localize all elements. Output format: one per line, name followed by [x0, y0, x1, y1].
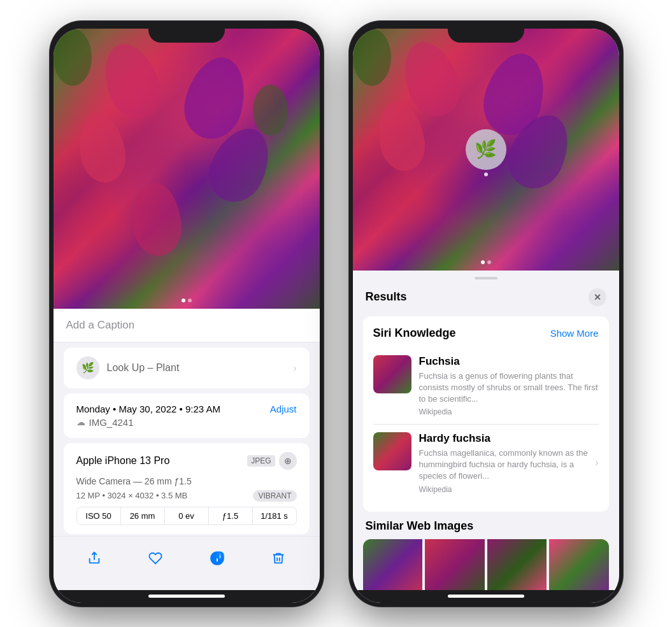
- fuchsia-description: Fuchsia is a genus of flowering plants t…: [419, 370, 599, 405]
- close-icon: ✕: [594, 292, 601, 302]
- siri-knowledge-header: Siri Knowledge Show More: [373, 327, 599, 340]
- hardy-fuchsia-source: Wikipedia: [419, 485, 599, 494]
- bottom-toolbar: i i: [54, 536, 320, 590]
- right-dot-2: [487, 260, 491, 264]
- siri-knowledge-title: Siri Knowledge: [373, 327, 456, 340]
- exif-shutter: 1/181 s: [253, 507, 296, 525]
- info-section: Add a Caption 🌿 Look Up – Plant › Monday…: [54, 309, 320, 536]
- similar-images-title: Similar Web Images: [363, 519, 609, 533]
- results-handle[interactable]: [353, 271, 619, 286]
- info-icon: i i: [209, 550, 225, 567]
- caption-placeholder[interactable]: Add a Caption: [66, 319, 135, 331]
- left-phone-screen: Add a Caption 🌿 Look Up – Plant › Monday…: [54, 29, 320, 603]
- right-dot-1: [481, 260, 485, 264]
- hardy-fuchsia-name: Hardy fuchsia: [419, 432, 599, 445]
- right-home-bar: [448, 595, 524, 598]
- style-badge: VIBRANT: [253, 490, 296, 502]
- exif-ev: 0 ev: [165, 507, 209, 525]
- format-badges: JPEG ⊕: [247, 452, 296, 470]
- dot-1: [182, 299, 185, 302]
- hardy-fuchsia-thumbnail: [373, 432, 411, 470]
- device-section: Apple iPhone 13 Pro JPEG ⊕ Wide Camera —…: [64, 443, 310, 534]
- fuchsia-source: Wikipedia: [419, 407, 599, 416]
- exif-aperture: ƒ1.5: [209, 507, 253, 525]
- fuchsia-thumbnail: [373, 355, 411, 393]
- exif-iso: ISO 50: [77, 507, 121, 525]
- favorite-button[interactable]: [141, 544, 169, 572]
- results-panel: Results ✕ Siri Knowledge Show More Fuchs…: [353, 271, 619, 590]
- lookup-row[interactable]: 🌿 Look Up – Plant ›: [64, 348, 310, 388]
- exif-row: ISO 50 26 mm 0 ev ƒ1.5 1/181 s: [76, 507, 297, 525]
- results-title: Results: [366, 290, 407, 304]
- lookup-icon: 🌿: [76, 356, 99, 379]
- meta-section: Monday • May 30, 2022 • 9:23 AM Adjust ☁…: [64, 393, 310, 438]
- heart-icon: [148, 551, 162, 565]
- right-phone: 🌿 Results ✕ Siri Knowledge: [349, 21, 623, 607]
- cloud-icon: ☁: [76, 417, 85, 427]
- visual-lookup-dot: [484, 173, 488, 176]
- meta-date: Monday • May 30, 2022 • 9:23 AM: [76, 404, 220, 414]
- siri-knowledge-section: Siri Knowledge Show More Fuchsia Fuchsia…: [363, 316, 609, 512]
- info-button[interactable]: i i: [203, 544, 231, 572]
- meta-filename-row: ☁ IMG_4241: [76, 417, 297, 428]
- device-row: Apple iPhone 13 Pro JPEG ⊕: [76, 452, 297, 470]
- svg-text:i: i: [219, 553, 220, 560]
- photo-dots: [182, 299, 192, 302]
- lookup-chevron-icon: ›: [294, 363, 297, 373]
- dot-2: [188, 299, 192, 302]
- similar-images-section: Similar Web Images: [363, 519, 609, 590]
- handle-bar: [475, 277, 497, 279]
- device-name: Apple iPhone 13 Pro: [76, 455, 170, 467]
- share-button[interactable]: [80, 544, 108, 572]
- similar-image-4[interactable]: [549, 539, 609, 590]
- hardy-fuchsia-chevron-icon: ›: [595, 457, 598, 468]
- knowledge-item-hardy-fuchsia[interactable]: Hardy fuchsia Fuchsia magellanica, commo…: [373, 425, 599, 502]
- left-phone: Add a Caption 🌿 Look Up – Plant › Monday…: [50, 21, 324, 607]
- fuchsia-name: Fuchsia: [419, 355, 599, 368]
- home-bar: [148, 595, 225, 598]
- right-phone-screen: 🌿 Results ✕ Siri Knowledge: [353, 29, 619, 603]
- results-close-button[interactable]: ✕: [589, 288, 606, 306]
- knowledge-item-fuchsia[interactable]: Fuchsia Fuchsia is a genus of flowering …: [373, 348, 599, 425]
- meta-date-row: Monday • May 30, 2022 • 9:23 AM Adjust: [76, 404, 297, 414]
- right-phone-notch: [448, 21, 524, 43]
- phone-notch: [148, 21, 225, 43]
- photo-image[interactable]: [54, 29, 320, 309]
- exif-focal: 26 mm: [121, 507, 165, 525]
- format-badge: JPEG: [247, 455, 275, 467]
- results-header: Results ✕: [353, 286, 619, 316]
- meta-filename: IMG_4241: [89, 417, 134, 428]
- hardy-fuchsia-content: Hardy fuchsia Fuchsia magellanica, commo…: [419, 432, 599, 494]
- location-icon: ⊕: [279, 452, 297, 470]
- adjust-button[interactable]: Adjust: [270, 404, 297, 414]
- similar-image-3[interactable]: [487, 539, 547, 590]
- similar-images-grid: [363, 539, 609, 590]
- delete-button[interactable]: [264, 544, 292, 572]
- right-home-indicator: [353, 590, 619, 603]
- show-more-button[interactable]: Show More: [550, 328, 599, 339]
- right-photo-image[interactable]: 🌿: [353, 29, 619, 271]
- visual-lookup-button[interactable]: 🌿: [466, 129, 506, 170]
- similar-image-2[interactable]: [425, 539, 485, 590]
- home-indicator: [54, 590, 320, 603]
- share-icon: [87, 551, 101, 565]
- tech-specs-row: 12 MP • 3024 × 4032 • 3.5 MB VIBRANT: [76, 490, 297, 502]
- fuchsia-chevron-icon: ›: [595, 380, 598, 391]
- resolution-text: 12 MP • 3024 × 4032 • 3.5 MB: [76, 491, 188, 500]
- trash-icon: [271, 551, 285, 565]
- caption-area[interactable]: Add a Caption: [54, 309, 320, 342]
- camera-specs: Wide Camera — 26 mm ƒ1.5: [76, 476, 297, 486]
- lookup-text: Look Up – Plant: [107, 362, 180, 374]
- hardy-fuchsia-description: Fuchsia magellanica, commonly known as t…: [419, 447, 599, 483]
- similar-image-1[interactable]: [363, 539, 423, 590]
- right-photo-dots: [481, 260, 491, 264]
- fuchsia-content: Fuchsia Fuchsia is a genus of flowering …: [419, 355, 599, 417]
